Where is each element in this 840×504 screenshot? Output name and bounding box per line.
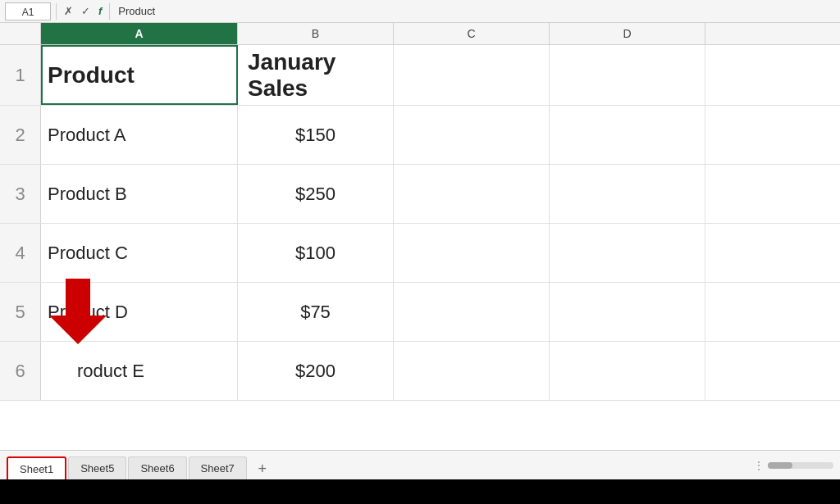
cell-a4[interactable]: Product C bbox=[41, 224, 238, 282]
formula-bar: A1 ✗ ✓ f Product bbox=[0, 0, 840, 23]
cell-a5[interactable]: Product D bbox=[41, 283, 238, 341]
cell-a1[interactable]: Product bbox=[41, 45, 238, 105]
row-number-2: 2 bbox=[0, 106, 41, 164]
cell-c1[interactable] bbox=[394, 45, 550, 105]
row-num-spacer bbox=[0, 23, 41, 44]
horizontal-scrollbar: ⋮ bbox=[709, 451, 840, 479]
col-header-b[interactable]: B bbox=[238, 23, 394, 44]
formula-function-icon[interactable]: f bbox=[96, 5, 104, 17]
table-row: 4 Product C $100 bbox=[0, 224, 840, 283]
cell-reference-box[interactable]: A1 bbox=[5, 2, 51, 20]
cell-d1[interactable] bbox=[550, 45, 705, 105]
table-row: 2 Product A $150 bbox=[0, 106, 840, 165]
tab-sheet5[interactable]: Sheet5 bbox=[68, 456, 126, 479]
cell-a3[interactable]: Product B bbox=[41, 165, 238, 223]
column-headers: A B C D bbox=[0, 23, 840, 45]
row-number-5: 5 bbox=[0, 283, 41, 341]
cell-c3[interactable] bbox=[394, 165, 550, 223]
cell-b5[interactable]: $75 bbox=[238, 283, 394, 341]
cell-c6[interactable] bbox=[394, 342, 550, 400]
cell-b6[interactable]: $200 bbox=[238, 342, 394, 400]
row-number-3: 3 bbox=[0, 165, 41, 223]
cell-c4[interactable] bbox=[394, 224, 550, 282]
cell-d3[interactable] bbox=[550, 165, 705, 223]
cell-c5[interactable] bbox=[394, 283, 550, 341]
add-sheet-button[interactable]: + bbox=[252, 458, 273, 479]
spreadsheet: A1 ✗ ✓ f Product A B C D 1 Product Janua… bbox=[0, 0, 840, 504]
cell-d6[interactable] bbox=[550, 342, 705, 400]
cell-b3[interactable]: $250 bbox=[238, 165, 394, 223]
bottom-black-bar bbox=[0, 479, 840, 504]
scrollbar-dots: ⋮ bbox=[753, 459, 765, 472]
cell-d5[interactable] bbox=[550, 283, 705, 341]
cell-b4[interactable]: $100 bbox=[238, 224, 394, 282]
cell-d4[interactable] bbox=[550, 224, 705, 282]
row-number-6: 6 bbox=[0, 342, 41, 400]
tabs-bar: Sheet1 Sheet5 Sheet6 Sheet7 + ⋮ bbox=[0, 450, 840, 479]
formula-bar-divider bbox=[56, 3, 57, 20]
col-header-c[interactable]: C bbox=[394, 23, 550, 44]
formula-confirm-icon[interactable]: ✓ bbox=[79, 5, 93, 17]
table-row: 1 Product January Sales bbox=[0, 45, 840, 106]
table-row: 6 roduct E $200 bbox=[0, 342, 840, 401]
col-header-a[interactable]: A bbox=[41, 23, 238, 44]
formula-bar-divider2 bbox=[109, 3, 110, 20]
sheet-area: A B C D 1 Product January Sales 2 Produc… bbox=[0, 23, 840, 450]
tab-sheet7[interactable]: Sheet7 bbox=[189, 456, 247, 479]
tab-sheet1[interactable]: Sheet1 bbox=[7, 456, 66, 479]
cell-b2[interactable]: $150 bbox=[238, 106, 394, 164]
cell-a2[interactable]: Product A bbox=[41, 106, 238, 164]
row-number-1: 1 bbox=[0, 45, 41, 105]
formula-cancel-icon[interactable]: ✗ bbox=[62, 5, 75, 17]
cell-c2[interactable] bbox=[394, 106, 550, 164]
scrollbar-thumb[interactable] bbox=[768, 462, 792, 469]
rows-container: 1 Product January Sales 2 Product A $150… bbox=[0, 45, 840, 450]
scrollbar-track[interactable] bbox=[768, 462, 833, 469]
tab-sheet6[interactable]: Sheet6 bbox=[128, 456, 186, 479]
col-header-d[interactable]: D bbox=[550, 23, 705, 44]
row-number-4: 4 bbox=[0, 224, 41, 282]
cell-a6[interactable]: roduct E bbox=[41, 342, 238, 400]
cell-d2[interactable] bbox=[550, 106, 705, 164]
table-row: 3 Product B $250 bbox=[0, 165, 840, 224]
table-row: 5 Product D $75 bbox=[0, 283, 840, 342]
formula-input[interactable]: Product bbox=[115, 5, 835, 17]
cell-b1[interactable]: January Sales bbox=[238, 45, 394, 105]
formula-icons: ✗ ✓ f bbox=[62, 5, 104, 17]
